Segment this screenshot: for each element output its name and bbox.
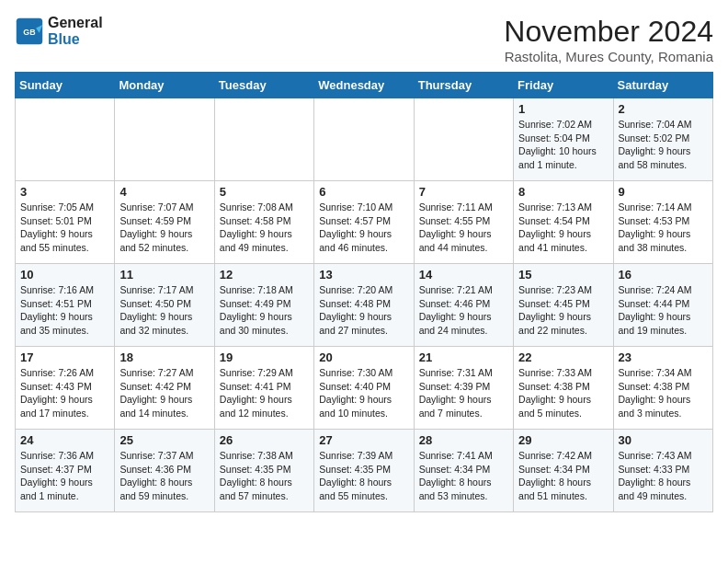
day-info: Sunrise: 7:34 AM Sunset: 4:38 PM Dayligh… [619,366,708,420]
day-cell: 11Sunrise: 7:17 AM Sunset: 4:50 PM Dayli… [115,264,214,347]
week-row-3: 10Sunrise: 7:16 AM Sunset: 4:51 PM Dayli… [16,264,713,347]
week-row-5: 24Sunrise: 7:36 AM Sunset: 4:37 PM Dayli… [16,430,713,512]
day-cell [314,98,414,181]
day-info: Sunrise: 7:37 AM Sunset: 4:36 PM Dayligh… [119,449,209,503]
day-cell: 1Sunrise: 7:02 AM Sunset: 5:04 PM Daylig… [514,98,613,181]
day-info: Sunrise: 7:29 AM Sunset: 4:41 PM Dayligh… [220,366,309,420]
day-number: 3 [20,185,109,199]
day-info: Sunrise: 7:42 AM Sunset: 4:34 PM Dayligh… [518,449,608,503]
day-cell [214,98,313,181]
day-number: 9 [619,185,708,199]
day-info: Sunrise: 7:43 AM Sunset: 4:33 PM Dayligh… [619,449,708,503]
day-cell: 17Sunrise: 7:26 AM Sunset: 4:43 PM Dayli… [16,347,115,430]
day-cell: 8Sunrise: 7:13 AM Sunset: 4:54 PM Daylig… [514,181,613,264]
day-info: Sunrise: 7:26 AM Sunset: 4:43 PM Dayligh… [20,366,109,420]
day-cell: 28Sunrise: 7:41 AM Sunset: 4:34 PM Dayli… [414,430,513,512]
day-info: Sunrise: 7:21 AM Sunset: 4:46 PM Dayligh… [419,283,508,338]
day-info: Sunrise: 7:07 AM Sunset: 4:59 PM Dayligh… [119,201,209,255]
day-info: Sunrise: 7:11 AM Sunset: 4:55 PM Dayligh… [419,201,508,255]
day-info: Sunrise: 7:31 AM Sunset: 4:39 PM Dayligh… [419,366,508,420]
day-cell: 4Sunrise: 7:07 AM Sunset: 4:59 PM Daylig… [115,181,214,264]
day-cell: 15Sunrise: 7:23 AM Sunset: 4:45 PM Dayli… [514,264,613,347]
day-number: 10 [20,268,109,282]
day-info: Sunrise: 7:36 AM Sunset: 4:37 PM Dayligh… [20,449,109,503]
day-cell: 12Sunrise: 7:18 AM Sunset: 4:49 PM Dayli… [214,264,313,347]
day-info: Sunrise: 7:08 AM Sunset: 4:58 PM Dayligh… [220,201,309,255]
day-info: Sunrise: 7:02 AM Sunset: 5:04 PM Dayligh… [518,118,608,172]
day-info: Sunrise: 7:18 AM Sunset: 4:49 PM Dayligh… [220,283,309,338]
day-number: 20 [319,350,408,364]
day-number: 12 [220,268,309,282]
day-cell: 2Sunrise: 7:04 AM Sunset: 5:02 PM Daylig… [613,98,712,181]
day-cell: 21Sunrise: 7:31 AM Sunset: 4:39 PM Dayli… [414,347,513,430]
day-cell: 6Sunrise: 7:10 AM Sunset: 4:57 PM Daylig… [314,181,414,264]
day-cell: 19Sunrise: 7:29 AM Sunset: 4:41 PM Dayli… [214,347,313,430]
day-cell: 18Sunrise: 7:27 AM Sunset: 4:42 PM Dayli… [115,347,214,430]
weekday-header-wednesday: Wednesday [314,73,414,98]
day-info: Sunrise: 7:16 AM Sunset: 4:51 PM Dayligh… [20,283,109,338]
day-number: 26 [220,433,309,447]
svg-text:GB: GB [23,27,35,36]
day-cell: 5Sunrise: 7:08 AM Sunset: 4:58 PM Daylig… [214,181,313,264]
day-info: Sunrise: 7:38 AM Sunset: 4:35 PM Dayligh… [220,449,309,503]
day-cell [16,98,115,181]
day-number: 11 [119,268,209,282]
logo-icon: GB [15,17,44,46]
day-number: 24 [20,433,109,447]
day-cell [115,98,214,181]
day-cell: 25Sunrise: 7:37 AM Sunset: 4:36 PM Dayli… [115,430,214,512]
day-info: Sunrise: 7:41 AM Sunset: 4:34 PM Dayligh… [419,449,508,503]
day-cell: 20Sunrise: 7:30 AM Sunset: 4:40 PM Dayli… [314,347,414,430]
day-number: 13 [319,268,408,282]
day-info: Sunrise: 7:39 AM Sunset: 4:35 PM Dayligh… [319,449,408,503]
day-info: Sunrise: 7:05 AM Sunset: 5:01 PM Dayligh… [20,201,109,255]
day-number: 21 [419,350,508,364]
day-info: Sunrise: 7:24 AM Sunset: 4:44 PM Dayligh… [619,283,708,338]
day-info: Sunrise: 7:23 AM Sunset: 4:45 PM Dayligh… [518,283,608,338]
day-number: 5 [220,185,309,199]
calendar-table: SundayMondayTuesdayWednesdayThursdayFrid… [15,72,713,512]
day-info: Sunrise: 7:14 AM Sunset: 4:53 PM Dayligh… [619,201,708,255]
day-number: 4 [119,185,209,199]
week-row-4: 17Sunrise: 7:26 AM Sunset: 4:43 PM Dayli… [16,347,713,430]
day-cell: 30Sunrise: 7:43 AM Sunset: 4:33 PM Dayli… [613,430,712,512]
day-number: 15 [518,268,608,282]
week-row-2: 3Sunrise: 7:05 AM Sunset: 5:01 PM Daylig… [16,181,713,264]
weekday-header-friday: Friday [514,73,613,98]
day-number: 14 [419,268,508,282]
day-cell: 13Sunrise: 7:20 AM Sunset: 4:48 PM Dayli… [314,264,414,347]
day-cell: 23Sunrise: 7:34 AM Sunset: 4:38 PM Dayli… [613,347,712,430]
logo: GB General Blue [15,15,103,47]
day-info: Sunrise: 7:27 AM Sunset: 4:42 PM Dayligh… [119,366,209,420]
header: GB General Blue November 2024 Rastolita,… [15,15,713,64]
day-cell: 26Sunrise: 7:38 AM Sunset: 4:35 PM Dayli… [214,430,313,512]
day-number: 29 [518,433,608,447]
day-cell: 10Sunrise: 7:16 AM Sunset: 4:51 PM Dayli… [16,264,115,347]
day-cell: 22Sunrise: 7:33 AM Sunset: 4:38 PM Dayli… [514,347,613,430]
day-number: 1 [518,102,608,116]
day-number: 30 [619,433,708,447]
day-cell: 3Sunrise: 7:05 AM Sunset: 5:01 PM Daylig… [16,181,115,264]
day-number: 25 [119,433,209,447]
logo-line2: Blue [48,31,103,48]
day-info: Sunrise: 7:33 AM Sunset: 4:38 PM Dayligh… [518,366,608,420]
day-number: 6 [319,185,408,199]
day-number: 7 [419,185,508,199]
day-cell: 29Sunrise: 7:42 AM Sunset: 4:34 PM Dayli… [514,430,613,512]
day-number: 23 [619,350,708,364]
day-cell: 7Sunrise: 7:11 AM Sunset: 4:55 PM Daylig… [414,181,513,264]
weekday-header-row: SundayMondayTuesdayWednesdayThursdayFrid… [16,73,713,98]
day-cell: 14Sunrise: 7:21 AM Sunset: 4:46 PM Dayli… [414,264,513,347]
day-info: Sunrise: 7:30 AM Sunset: 4:40 PM Dayligh… [319,366,408,420]
weekday-header-thursday: Thursday [414,73,513,98]
day-cell: 27Sunrise: 7:39 AM Sunset: 4:35 PM Dayli… [314,430,414,512]
day-info: Sunrise: 7:13 AM Sunset: 4:54 PM Dayligh… [518,201,608,255]
day-number: 19 [220,350,309,364]
weekday-header-saturday: Saturday [613,73,712,98]
weekday-header-sunday: Sunday [16,73,115,98]
day-cell [414,98,513,181]
day-cell: 24Sunrise: 7:36 AM Sunset: 4:37 PM Dayli… [16,430,115,512]
day-number: 27 [319,433,408,447]
day-number: 18 [119,350,209,364]
day-number: 8 [518,185,608,199]
